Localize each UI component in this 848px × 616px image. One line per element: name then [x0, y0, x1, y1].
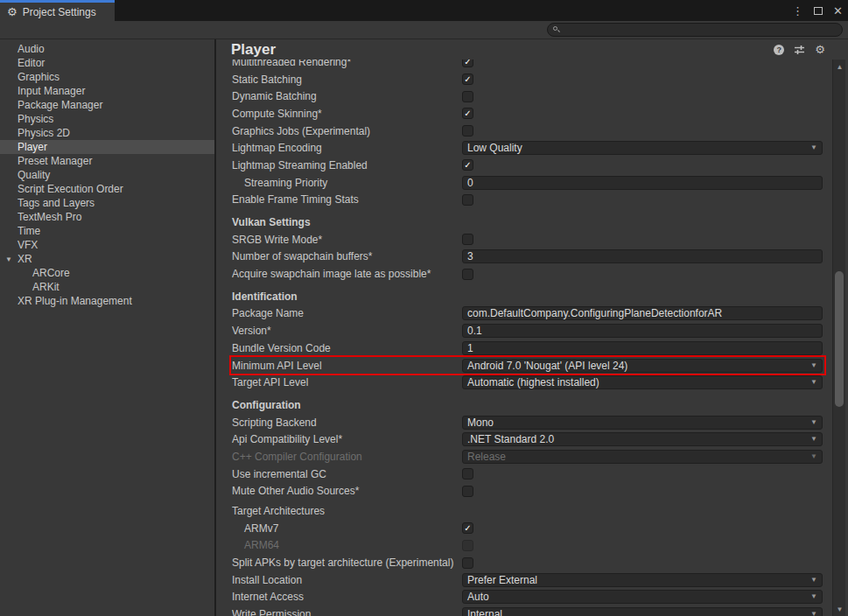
setting-row-write-permission: Write Permission Internal▼ [232, 606, 823, 616]
dropdown-value: Automatic (highest installed) [467, 376, 599, 388]
target-api-level-dropdown[interactable]: Automatic (highest installed)▼ [462, 375, 823, 389]
sidebar-item-tags-and-layers[interactable]: Tags and Layers [0, 196, 214, 210]
streaming-priority-field[interactable]: 0 [462, 176, 823, 190]
setting-label: Use incremental GC [232, 468, 462, 480]
sidebar-item-label: XR [18, 253, 32, 265]
setting-label: Multithreaded Rendering* [232, 60, 462, 68]
setting-label: Streaming Priority [232, 177, 462, 189]
help-icon[interactable]: ? [774, 45, 784, 55]
sidebar-item-preset-manager[interactable]: Preset Manager [0, 154, 214, 168]
setting-row-frame-timing: Enable Frame Timing Stats ✓ [232, 192, 823, 209]
bundle-version-field[interactable]: 1 [462, 341, 823, 355]
scripting-backend-dropdown[interactable]: Mono▼ [462, 416, 823, 430]
search-box[interactable] [547, 23, 843, 37]
header-icons: ? ⚙ [774, 44, 825, 55]
acquire-swapchain-checkbox[interactable]: ✓ [462, 269, 473, 280]
setting-row-api-compatibility: Api Compatibility Level* .NET Standard 2… [232, 430, 823, 448]
sidebar-item-script-execution-order[interactable]: Script Execution Order [0, 182, 214, 196]
tab-project-settings[interactable]: ⚙ Project Settings [0, 0, 115, 21]
sidebar-item-physics-2d[interactable]: Physics 2D [0, 126, 214, 140]
lightmap-encoding-dropdown[interactable]: Low Quality▼ [462, 141, 823, 155]
setting-row-swapchain-buffers: Number of swapchain buffers* 3 [232, 248, 823, 266]
sidebar-item-input-manager[interactable]: Input Manager [0, 84, 214, 98]
setting-label: Lightmap Streaming Enabled [232, 159, 462, 172]
sidebar-item-xr[interactable]: ▼XR [0, 252, 214, 266]
maximize-icon[interactable] [814, 7, 823, 15]
preset-icon[interactable] [794, 45, 805, 55]
setting-row-minimum-api-level: Minimum API Level Android 7.0 'Nougat' (… [232, 357, 823, 374]
lightmap-streaming-checkbox[interactable]: ✓ [462, 159, 473, 171]
check-icon: ✓ [464, 161, 471, 170]
main-pane: Player ? ⚙ Multithreaded Rendering* ✓ [216, 39, 848, 616]
sidebar-item-time[interactable]: Time [0, 224, 214, 238]
sidebar-item-graphics[interactable]: Graphics [0, 70, 214, 84]
mute-audio-checkbox[interactable]: ✓ [462, 486, 473, 497]
section-header-identification: Identification [232, 288, 823, 305]
sidebar-item-editor[interactable]: Editor [0, 56, 214, 70]
more-menu-icon[interactable]: ⋮ [792, 5, 803, 17]
write-permission-dropdown[interactable]: Internal▼ [462, 607, 823, 616]
minimum-api-level-dropdown[interactable]: Android 7.0 'Nougat' (API level 24)▼ [462, 359, 823, 373]
chevron-down-icon: ▼ [810, 451, 817, 463]
sidebar-item-player[interactable]: Player [0, 140, 214, 154]
multithreaded-rendering-checkbox[interactable]: ✓ [462, 60, 473, 67]
section-header-configuration: Configuration [232, 396, 823, 414]
armv7-checkbox[interactable]: ✓ [462, 522, 473, 534]
gear-icon: ⚙ [7, 6, 18, 18]
internet-access-dropdown[interactable]: Auto▼ [462, 590, 823, 604]
section-title: Vulkan Settings [232, 216, 311, 228]
setting-row-split-apks: Split APKs by target architecture (Exper… [232, 554, 823, 571]
chevron-down-icon: ▼ [810, 433, 817, 445]
sidebar-item-quality[interactable]: Quality [0, 168, 214, 182]
check-icon: ✓ [464, 60, 471, 66]
foldout-open-icon[interactable]: ▼ [5, 253, 12, 267]
settings-gear-icon[interactable]: ⚙ [815, 44, 825, 55]
chevron-down-icon: ▼ [810, 142, 817, 154]
sidebar-item-vfx[interactable]: VFX [0, 238, 214, 252]
sidebar-item-physics[interactable]: Physics [0, 112, 214, 126]
vertical-scrollbar: ▲ ▼ [832, 60, 845, 616]
api-compatibility-dropdown[interactable]: .NET Standard 2.0▼ [462, 432, 823, 446]
setting-row-acquire-swapchain: Acquire swapchain image late as possible… [232, 265, 823, 283]
setting-row-dynamic-batching: Dynamic Batching ✓ [232, 88, 823, 105]
search-input[interactable] [564, 24, 837, 35]
sidebar-item-package-manager[interactable]: Package Manager [0, 98, 214, 112]
compute-skinning-checkbox[interactable]: ✓ [462, 108, 473, 119]
package-name-field[interactable]: com.DefaultCompany.ConfiguringPlaneDetec… [462, 306, 823, 320]
setting-label: Dynamic Batching [232, 90, 462, 102]
frame-timing-checkbox[interactable]: ✓ [462, 194, 473, 206]
split-apks-checkbox[interactable]: ✓ [462, 557, 473, 569]
project-settings-window: ⚙ Project Settings ⋮ ✕ Audio Editor Grap… [0, 0, 848, 616]
setting-row-cpp-compiler: C++ Compiler Configuration Release▼ [232, 448, 823, 466]
main-header: Player ? ⚙ [216, 39, 848, 60]
scroll-up-icon[interactable]: ▲ [833, 61, 846, 72]
dropdown-value: Prefer External [467, 574, 537, 586]
chevron-down-icon: ▼ [810, 591, 817, 603]
tab-title: Project Settings [23, 6, 96, 18]
graphics-jobs-checkbox[interactable]: ✓ [462, 125, 473, 136]
version-field[interactable]: 0.1 [462, 324, 823, 338]
dropdown-value: Mono [467, 416, 494, 429]
setting-row-incremental-gc: Use incremental GC ✓ [232, 466, 823, 483]
scroll-down-icon[interactable]: ▼ [833, 604, 846, 614]
incremental-gc-checkbox[interactable]: ✓ [462, 468, 473, 480]
setting-row-scripting-backend: Scripting Backend Mono▼ [232, 414, 823, 431]
chevron-down-icon: ▼ [810, 376, 817, 388]
srgb-write-checkbox[interactable]: ✓ [462, 234, 473, 245]
sidebar-item-arkit[interactable]: ARKit [0, 280, 214, 294]
setting-label: Split APKs by target architecture (Exper… [232, 556, 462, 569]
sidebar-item-arcore[interactable]: ARCore [0, 266, 214, 280]
dynamic-batching-checkbox[interactable]: ✓ [462, 91, 473, 102]
swapchain-buffers-field[interactable]: 3 [462, 249, 823, 263]
setting-label: Target API Level [232, 376, 462, 388]
scrollbar-thumb[interactable] [835, 271, 844, 407]
close-icon[interactable]: ✕ [833, 5, 843, 17]
install-location-dropdown[interactable]: Prefer External▼ [462, 573, 823, 587]
sidebar-item-audio[interactable]: Audio [0, 42, 214, 56]
sidebar-item-xr-plugin-management[interactable]: XR Plug-in Management [0, 294, 214, 308]
check-icon: ✓ [464, 109, 471, 118]
dropdown-value: Release [467, 451, 506, 463]
page-title: Player [231, 41, 774, 59]
static-batching-checkbox[interactable]: ✓ [462, 74, 473, 85]
sidebar-item-textmesh-pro[interactable]: TextMesh Pro [0, 210, 214, 224]
